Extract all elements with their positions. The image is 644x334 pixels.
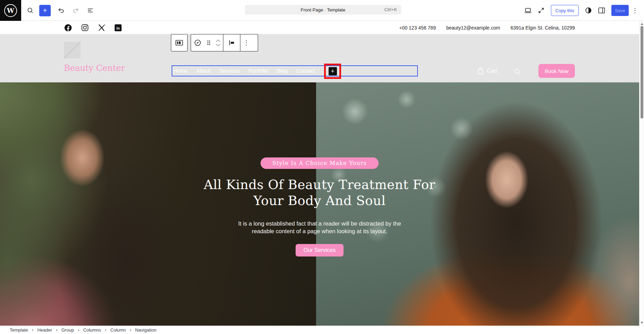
facebook-icon [64,24,72,32]
chevron-right-icon: › [32,327,34,333]
site-preview: in +00 123 456 789 beauty12@example.com … [0,21,639,326]
move-down-button[interactable] [215,43,221,47]
editor-top-bar: W + Front Page · Template Ctrl+K [0,0,644,21]
navigation-menu: Home About Services Portfolio Blog Conta… [172,68,315,74]
hero-paragraph[interactable]: It is a long established fact that a rea… [229,220,410,235]
justify-items-button[interactable] [223,34,240,51]
hero-heading-line2: Your Body And Soul [204,193,436,209]
chevron-right-icon: › [105,327,107,333]
redo-icon [72,7,80,14]
command-palette[interactable]: Front Page · Template Ctrl+K [245,5,401,15]
x-link[interactable] [98,24,105,31]
chevron-down-icon [215,43,221,47]
wordpress-logo-icon: W [4,4,17,17]
block-movers [213,34,223,51]
linkedin-link[interactable]: in [115,24,122,31]
plus-icon: + [43,6,47,15]
copy-this-button[interactable]: Copy this [551,5,579,16]
hero-content: Style Is A Choice Make Yours All Kinds O… [0,82,639,326]
document-title: Front Page · Template [301,7,345,13]
site-logo-placeholder[interactable] [64,42,81,58]
hero-section: Style Is A Choice Make Yours All Kinds O… [0,82,639,326]
breadcrumb-column[interactable]: Column [110,327,126,333]
expand-icon [538,7,545,14]
nav-item-about[interactable]: About [196,68,210,74]
contact-email[interactable]: beauty12@example.com [446,25,500,31]
select-column-parent-button[interactable] [171,34,187,51]
drag-dots-icon [206,40,211,46]
nav-item-home[interactable]: Home [173,68,188,74]
nav-item-blog[interactable]: Blog [277,68,288,74]
contact-info: +00 123 456 789 beauty12@example.com 639… [399,21,575,34]
cart-button[interactable]: Cart [477,67,497,75]
block-options-button[interactable]: ⋮ [240,34,252,51]
breadcrumb-template[interactable]: Template [10,327,28,333]
options-menu-button[interactable]: ⋮ [631,7,639,14]
plus-icon: + [331,68,335,75]
block-appender-button[interactable]: + [329,67,337,75]
save-label: Save [615,8,625,13]
copy-this-label: Copy this [555,8,574,13]
contrast-icon [585,7,592,14]
breadcrumb-navigation[interactable]: Navigation [135,327,156,333]
chevron-up-icon [215,39,221,42]
block-breadcrumb-bar: Template › Header › Group › Columns › Co… [0,326,644,334]
move-up-button[interactable] [215,39,221,42]
nav-item-portfolio[interactable]: Portfolio [248,68,268,74]
chevron-right-icon: › [130,327,131,333]
vertical-scrollbar[interactable] [639,21,644,326]
book-now-label: Book Now [545,68,568,74]
scroll-down-arrow[interactable] [641,322,643,324]
column-block-icon [175,40,183,46]
chevron-right-icon: › [56,327,58,333]
info-topbar: in +00 123 456 789 beauty12@example.com … [0,21,639,34]
preview-devices-button[interactable] [522,5,534,16]
our-services-button[interactable]: Our Services [296,244,344,256]
drag-handle[interactable] [204,34,213,51]
chevron-right-icon: › [78,327,80,333]
undo-button[interactable] [56,5,67,16]
list-view-button[interactable] [85,5,96,16]
save-button[interactable]: Save [611,5,629,16]
undo-icon [57,7,65,14]
add-block-button[interactable]: + [39,5,51,16]
annotation-highlight-box: + [324,64,341,79]
site-header-band: Beauty Center [0,34,639,82]
book-now-button[interactable]: Book Now [538,64,575,78]
hero-badge[interactable]: Style Is A Choice Make Yours [261,157,379,169]
settings-panel-button[interactable] [596,5,607,16]
breadcrumb-columns[interactable]: Columns [83,327,101,333]
block-toolbar: ⋮ [191,34,258,51]
nav-item-services[interactable]: Services [219,68,240,74]
editor-top-bar-right: Copy this Save ⋮ [522,0,639,21]
styles-button[interactable] [583,5,594,16]
scroll-up-arrow[interactable] [641,23,643,25]
fullscreen-button[interactable] [536,5,547,16]
nav-item-contact[interactable]: Contact [296,68,315,74]
shortcut-hint: Ctrl+K [385,7,397,12]
site-search-button[interactable] [513,68,521,75]
navigation-block-button[interactable] [191,34,204,51]
cart-bag-icon [477,67,484,75]
instagram-icon [81,24,89,31]
scrollbar-thumb[interactable] [641,26,643,119]
contact-address[interactable]: 6391a Elgin St. Celina, 10299 [511,25,575,31]
list-view-icon [86,7,94,14]
svg-text:in: in [116,26,119,30]
search-button[interactable] [25,5,36,16]
hero-heading[interactable]: All Kinds Of Beauty Treatment For Your B… [204,177,436,209]
contact-phone[interactable]: +00 123 456 789 [399,25,436,31]
breadcrumb-group[interactable]: Group [61,327,74,333]
editor-top-bar-left: W + [0,0,96,21]
breadcrumb-header[interactable]: Header [37,327,52,333]
linkedin-icon: in [115,24,122,31]
x-icon [98,24,105,31]
site-title[interactable]: Beauty Center [64,63,125,73]
search-icon [513,68,521,75]
navigation-block-selected[interactable]: Home About Services Portfolio Blog Conta… [172,65,418,76]
instagram-link[interactable] [81,24,89,31]
wordpress-logo-button[interactable]: W [0,0,21,21]
hero-heading-line1: All Kinds Of Beauty Treatment For [204,177,436,193]
redo-button[interactable] [70,5,81,16]
facebook-link[interactable] [64,24,72,32]
